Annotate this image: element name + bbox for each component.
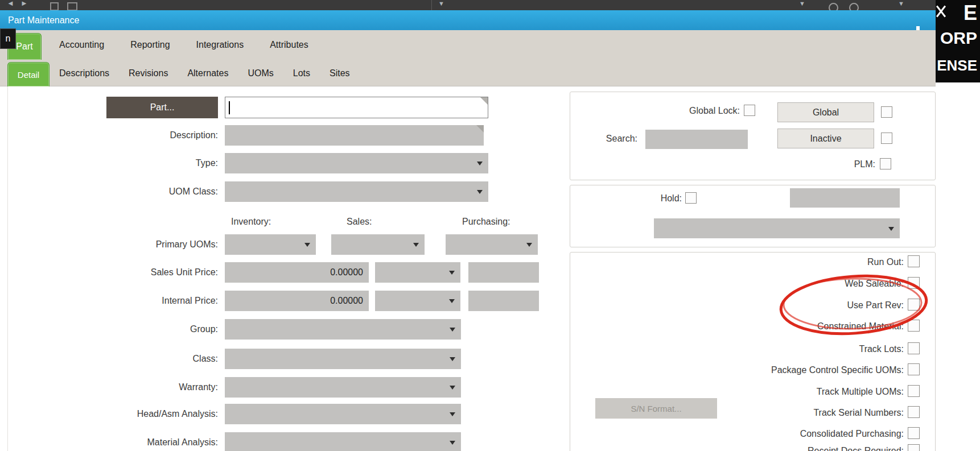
internal-price-per-dropdown[interactable]: [375, 291, 460, 311]
sheet-tab-strip: Descriptions Revisions Alternates UOMs L…: [0, 60, 936, 86]
description-field[interactable]: [225, 125, 484, 146]
sales-price-extra-field[interactable]: [468, 262, 539, 283]
tab-sites[interactable]: Sites: [330, 68, 350, 78]
hold-date-field[interactable]: [790, 188, 900, 208]
tab-attributes[interactable]: Attributes: [270, 40, 308, 50]
global-lock-label: Global Lock:: [592, 105, 740, 117]
record-circle-icon[interactable]: [849, 3, 859, 10]
part-maintenance-window: ◄ ► ▼ ▼ ▼ Part Maintenance E ORP ENSE n …: [0, 0, 980, 451]
material-analysis-label: Material Analysis:: [23, 432, 218, 451]
inactive-checkbox[interactable]: [881, 133, 892, 144]
material-analysis-dropdown[interactable]: [225, 432, 461, 451]
tab-detail-active[interactable]: Detail: [7, 62, 50, 86]
tab-alternates[interactable]: Alternates: [187, 68, 228, 78]
left-edge-line: [7, 86, 8, 451]
warranty-label: Warranty:: [23, 377, 218, 398]
hold-checkbox[interactable]: [685, 192, 697, 204]
sales-uom-dropdown[interactable]: [331, 234, 425, 255]
logo-fragment: E: [963, 1, 977, 25]
record-circle-icon[interactable]: [829, 3, 838, 10]
back-arrow-icon[interactable]: ◄: [7, 0, 14, 7]
constrained-material-checkbox[interactable]: [908, 320, 920, 332]
group-label: Group:: [23, 319, 218, 340]
save-icon[interactable]: [50, 2, 59, 10]
tab-lots[interactable]: Lots: [293, 68, 310, 78]
use-part-rev-checkbox[interactable]: [908, 299, 920, 311]
context-fold-icon: [480, 97, 488, 105]
global-button[interactable]: Global: [777, 102, 874, 122]
dropdown-arrow-icon: [413, 243, 419, 247]
internal-price-field[interactable]: 0.00000: [225, 291, 369, 311]
forward-arrow-icon[interactable]: ►: [20, 0, 28, 7]
hold-label: Hold:: [592, 193, 682, 204]
tab-reporting[interactable]: Reporting: [130, 40, 170, 50]
sales-column-header: Sales:: [347, 217, 372, 227]
dropdown-arrow-icon: [449, 299, 455, 303]
part-button[interactable]: Part...: [106, 97, 218, 118]
use-part-rev-label: Use Part Rev:: [586, 299, 904, 312]
tab-revisions[interactable]: Revisions: [129, 68, 168, 78]
tab-uoms[interactable]: UOMs: [248, 68, 273, 78]
package-control-specific-uoms-checkbox[interactable]: [908, 363, 920, 375]
logo-fragment: ENSE: [937, 57, 977, 75]
dropdown-arrow-icon: [888, 227, 894, 231]
tab-integrations[interactable]: Integrations: [196, 40, 244, 50]
main-tab-strip: Accounting Reporting Integrations Attrib…: [0, 30, 936, 60]
dropdown-arrow-icon: [450, 357, 455, 361]
dropdown-caret-icon[interactable]: ▼: [438, 0, 444, 7]
track-multiple-uoms-checkbox[interactable]: [908, 385, 920, 397]
hold-reason-dropdown[interactable]: [654, 218, 900, 238]
consolidated-purchasing-label: Consolidated Purchasing:: [586, 428, 904, 440]
type-label: Type:: [23, 153, 218, 173]
grid-icon[interactable]: [67, 2, 77, 10]
track-serial-numbers-checkbox[interactable]: [908, 406, 920, 418]
content-divider: [0, 86, 936, 86]
text-cursor: [229, 101, 230, 114]
internal-price-extra-field[interactable]: [468, 291, 539, 311]
type-dropdown[interactable]: [225, 153, 488, 173]
class-dropdown[interactable]: [225, 349, 461, 369]
search-field[interactable]: [645, 130, 748, 149]
track-lots-checkbox[interactable]: [908, 342, 920, 354]
dropdown-arrow-icon: [477, 162, 483, 165]
inactive-button[interactable]: Inactive: [777, 129, 874, 148]
constrained-material-label: Constrained Material:: [586, 320, 904, 333]
package-control-specific-uoms-label: Package Control Specific UOMs:: [586, 364, 904, 376]
window-titlebar: Part Maintenance: [0, 10, 936, 30]
toolbar-separator: [431, 0, 432, 10]
context-fold-icon: [476, 125, 484, 133]
sales-price-per-dropdown[interactable]: [375, 262, 460, 283]
tab-descriptions[interactable]: Descriptions: [59, 68, 109, 78]
plm-checkbox[interactable]: [880, 158, 891, 169]
sn-format-button[interactable]: S/N Format...: [595, 398, 717, 419]
receipt-docs-required-checkbox[interactable]: [908, 444, 920, 451]
dropdown-arrow-icon: [450, 441, 455, 445]
plm-label: PLM:: [740, 159, 875, 170]
web-saleable-checkbox[interactable]: [908, 277, 920, 289]
dropdown-caret-icon[interactable]: ▼: [799, 0, 805, 7]
purchasing-uom-dropdown[interactable]: [446, 234, 538, 255]
part-input[interactable]: [225, 97, 488, 118]
sales-unit-price-field[interactable]: 0.00000: [225, 262, 369, 283]
track-multiple-uoms-label: Track Multiple UOMs:: [586, 386, 904, 398]
warranty-dropdown[interactable]: [225, 377, 461, 398]
primary-uoms-label: Primary UOMs:: [23, 234, 218, 255]
dropdown-arrow-icon: [450, 412, 455, 416]
description-label: Description:: [23, 125, 218, 146]
dropdown-caret-icon[interactable]: ▼: [898, 0, 904, 7]
global-checkbox[interactable]: [881, 106, 892, 118]
tab-accounting[interactable]: Accounting: [59, 40, 104, 50]
consolidated-purchasing-checkbox[interactable]: [908, 427, 920, 439]
clipped-tooltip-badge: n: [0, 28, 16, 49]
global-lock-checkbox[interactable]: [744, 105, 755, 116]
inventory-uom-dropdown[interactable]: [225, 234, 316, 255]
uom-class-dropdown[interactable]: [225, 181, 488, 202]
inventory-column-header: Inventory:: [231, 217, 271, 227]
purchasing-column-header: Purchasing:: [462, 217, 510, 227]
dropdown-arrow-icon: [450, 386, 455, 390]
head-asm-analysis-dropdown[interactable]: [225, 404, 461, 424]
run-out-checkbox[interactable]: [908, 255, 920, 267]
group-dropdown[interactable]: [225, 319, 461, 340]
uom-class-label: UOM Class:: [23, 181, 218, 202]
receipt-docs-required-label: Receipt Docs Required:: [586, 445, 904, 451]
